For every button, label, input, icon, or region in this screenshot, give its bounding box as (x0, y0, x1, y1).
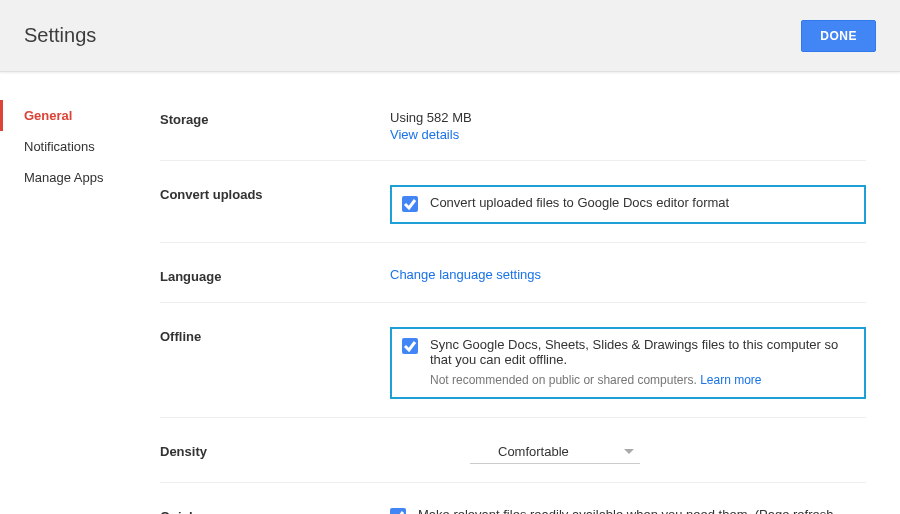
language-label: Language (160, 267, 390, 284)
storage-view-details-link[interactable]: View details (390, 127, 866, 142)
change-language-link[interactable]: Change language settings (390, 267, 541, 282)
offline-text: Sync Google Docs, Sheets, Slides & Drawi… (430, 337, 854, 367)
storage-usage-text: Using 582 MB (390, 110, 866, 125)
storage-body: Using 582 MB View details (390, 110, 866, 142)
sidebar-item-general[interactable]: General (0, 100, 140, 131)
content-area: General Notifications Manage Apps Storag… (0, 72, 900, 514)
storage-row: Storage Using 582 MB View details (160, 100, 866, 161)
settings-panel: Storage Using 582 MB View details Conver… (140, 72, 900, 514)
convert-uploads-row: Convert uploads Convert uploaded files t… (160, 175, 866, 243)
check-icon (403, 197, 417, 211)
quick-access-row: Quick access Make relevant files readily… (160, 497, 866, 514)
density-selected-value: Comfortable (498, 444, 569, 459)
density-row: Density Comfortable (160, 432, 866, 483)
header-bar: Settings DONE (0, 0, 900, 72)
chevron-down-icon (624, 449, 634, 454)
language-row: Language Change language settings (160, 257, 866, 303)
storage-label: Storage (160, 110, 390, 127)
offline-note: Not recommended on public or shared comp… (430, 373, 854, 387)
convert-uploads-text: Convert uploaded files to Google Docs ed… (430, 195, 854, 210)
quick-access-checkbox[interactable] (390, 508, 406, 514)
quick-access-text: Make relevant files readily available wh… (418, 507, 866, 514)
density-label: Density (160, 442, 390, 459)
offline-row: Offline Sync Google Docs, Sheets, Slides… (160, 317, 866, 418)
offline-checkbox[interactable] (402, 338, 418, 354)
sidebar: General Notifications Manage Apps (0, 72, 140, 514)
sidebar-item-manage-apps[interactable]: Manage Apps (0, 162, 140, 193)
quick-access-label: Quick access (160, 507, 390, 514)
check-icon (403, 339, 417, 353)
offline-learn-more-link[interactable]: Learn more (700, 373, 761, 387)
check-icon (391, 509, 405, 514)
done-button[interactable]: DONE (801, 20, 876, 52)
convert-uploads-label: Convert uploads (160, 185, 390, 202)
density-select[interactable]: Comfortable (470, 442, 640, 464)
offline-note-prefix: Not recommended on public or shared comp… (430, 373, 700, 387)
page-title: Settings (24, 24, 96, 47)
convert-uploads-highlight-box: Convert uploaded files to Google Docs ed… (390, 185, 866, 224)
offline-label: Offline (160, 327, 390, 344)
offline-highlight-box: Sync Google Docs, Sheets, Slides & Drawi… (390, 327, 866, 399)
convert-uploads-checkbox[interactable] (402, 196, 418, 212)
sidebar-item-notifications[interactable]: Notifications (0, 131, 140, 162)
